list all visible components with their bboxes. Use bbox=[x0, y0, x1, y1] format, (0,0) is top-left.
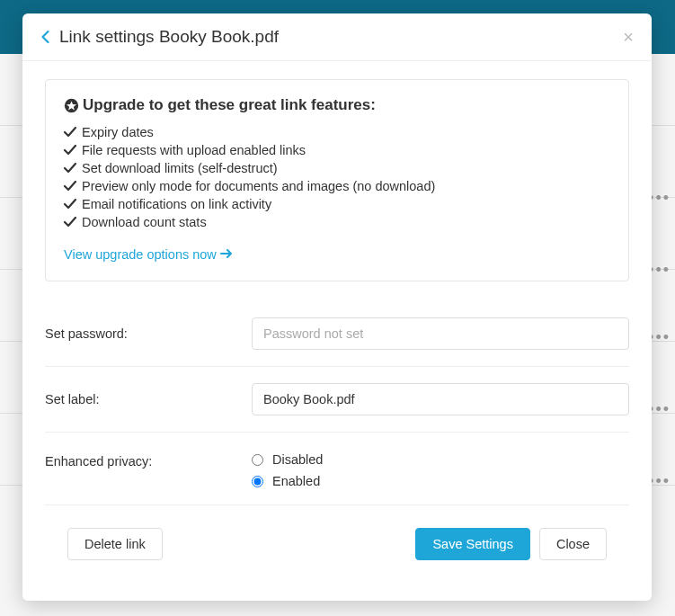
feature-item: Download count stats bbox=[64, 213, 610, 231]
label-row: Set label: bbox=[45, 367, 629, 433]
delete-link-button[interactable]: Delete link bbox=[67, 528, 163, 560]
star-icon bbox=[64, 98, 79, 113]
check-icon bbox=[64, 199, 76, 210]
label-label: Set label: bbox=[45, 392, 252, 406]
feature-item: Preview only mode for documents and imag… bbox=[64, 177, 610, 195]
feature-item: Set download limits (self-destruct) bbox=[64, 159, 610, 177]
password-input[interactable] bbox=[252, 317, 629, 350]
save-settings-button[interactable]: Save Settings bbox=[415, 528, 529, 560]
modal-header: Link settings Booky Book.pdf × bbox=[22, 13, 652, 61]
privacy-row: Enhanced privacy: Disabled Enabled bbox=[45, 433, 629, 505]
privacy-label: Enhanced privacy: bbox=[45, 452, 252, 469]
modal-title: Link settings Booky Book.pdf bbox=[59, 27, 623, 47]
check-icon bbox=[64, 127, 76, 138]
password-row: Set password: bbox=[45, 301, 629, 367]
check-icon bbox=[64, 217, 76, 228]
label-input[interactable] bbox=[252, 383, 629, 415]
upgrade-cta-link[interactable]: View upgrade options now bbox=[64, 247, 233, 262]
link-settings-modal: Link settings Booky Book.pdf × Upgrade t… bbox=[22, 13, 652, 601]
close-icon[interactable]: × bbox=[623, 28, 634, 46]
check-icon bbox=[64, 163, 76, 174]
upgrade-heading-text: Upgrade to get these great link features… bbox=[83, 96, 376, 114]
check-icon bbox=[64, 181, 76, 192]
feature-item: File requests with upload enabled links bbox=[64, 141, 610, 159]
privacy-enabled-option[interactable]: Enabled bbox=[252, 474, 629, 488]
feature-item: Email notifications on link activity bbox=[64, 195, 610, 213]
privacy-enabled-radio[interactable] bbox=[252, 476, 263, 487]
upgrade-heading: Upgrade to get these great link features… bbox=[64, 96, 610, 114]
password-label: Set password: bbox=[45, 326, 252, 341]
feature-item: Expiry dates bbox=[64, 123, 610, 141]
privacy-disabled-radio[interactable] bbox=[252, 454, 263, 466]
feature-list: Expiry dates File requests with upload e… bbox=[64, 123, 610, 231]
back-chevron-icon[interactable] bbox=[40, 30, 50, 44]
privacy-disabled-option[interactable]: Disabled bbox=[252, 452, 629, 467]
upgrade-panel: Upgrade to get these great link features… bbox=[45, 79, 629, 281]
arrow-right-icon bbox=[220, 247, 233, 262]
close-button[interactable]: Close bbox=[539, 528, 607, 560]
modal-footer: Delete link Save Settings Close bbox=[45, 505, 629, 583]
check-icon bbox=[64, 145, 76, 156]
